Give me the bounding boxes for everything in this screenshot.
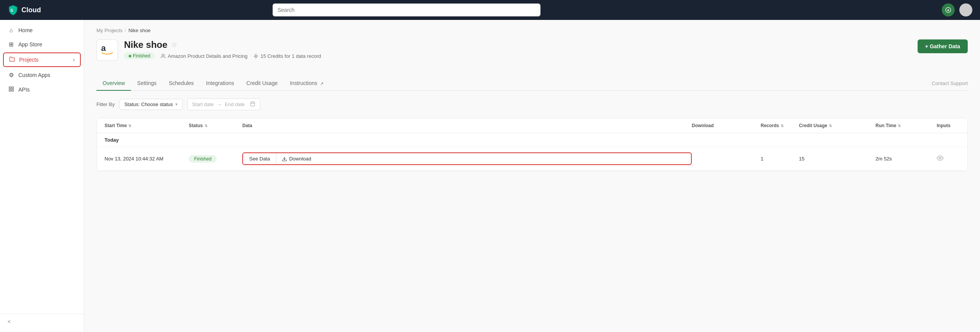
breadcrumb: My Projects / Nike shoe	[96, 28, 968, 33]
chevron-down-icon: ▾	[175, 102, 178, 107]
home-icon: ⌂	[8, 27, 15, 33]
source-label: Amazon Product Details and Pricing	[168, 53, 247, 59]
notification-button[interactable]	[942, 3, 955, 16]
sort-icon[interactable]: ⇅	[128, 124, 131, 128]
breadcrumb-current: Nike shoe	[129, 28, 151, 33]
td-credit-usage: 15	[799, 156, 875, 162]
collapse-icon: <	[8, 319, 11, 324]
layout: ⌂ Home ⊞ App Store Projects ∨ ⚙ Custom A…	[0, 20, 980, 332]
td-run-time: 2m 52s	[875, 156, 937, 162]
status-filter[interactable]: Status: Choose status ▾	[119, 99, 183, 110]
svg-marker-9	[254, 54, 258, 58]
topnav-right	[942, 3, 972, 16]
data-action-cell: See Data Download	[242, 152, 692, 165]
sidebar-item-projects[interactable]: Projects ∨	[3, 52, 81, 67]
folder-icon	[8, 56, 15, 63]
project-credits: 15 Credits for 1 data record	[253, 53, 321, 59]
th-status: Status ⇅	[189, 123, 242, 128]
project-title-row: Nike shoe ☆	[124, 39, 918, 50]
svg-rect-3	[9, 87, 10, 88]
th-start-time: Start Time ⇅	[105, 123, 189, 128]
project-meta: Finished Amazon Product Details and Pric…	[124, 52, 918, 59]
contact-support-link[interactable]: Contact Support	[932, 80, 968, 86]
filter-row: Filter By Status: Choose status ▾ Start …	[96, 98, 968, 110]
tabs: Overview Settings Schedules Integrations…	[96, 76, 968, 91]
sidebar-item-custom-apps[interactable]: ⚙ Custom Apps	[0, 68, 84, 82]
group-today: Today	[97, 133, 967, 147]
project-title: Nike shoe	[124, 39, 167, 50]
table-row: Nov 13, 2024 10:44:32 AM Finished See Da…	[97, 147, 967, 171]
breadcrumb-separator: /	[125, 28, 126, 33]
project-source: Amazon Product Details and Pricing	[161, 53, 247, 59]
filter-label: Filter By	[96, 101, 115, 107]
main-content: My Projects / Nike shoe a Nike shoe	[84, 20, 980, 332]
td-start-time: Nov 13, 2024 10:44:32 AM	[105, 156, 189, 162]
sidebar-item-app-store[interactable]: ⊞ App Store	[0, 37, 84, 52]
grid-icon: ⊞	[8, 41, 15, 48]
status-label: Finished	[133, 53, 150, 59]
sort-icon[interactable]: ⇅	[898, 124, 901, 128]
star-icon[interactable]: ☆	[171, 41, 177, 49]
data-table: Start Time ⇅ Status ⇅ Data Download Reco…	[96, 118, 968, 171]
sidebar-label-home: Home	[18, 27, 76, 33]
th-download: Download	[692, 123, 761, 128]
topnav: S Cloud	[0, 0, 980, 20]
sidebar-label-custom-apps: Custom Apps	[18, 72, 76, 78]
download-button[interactable]: Download	[276, 153, 317, 164]
eye-icon[interactable]	[937, 156, 944, 163]
date-range-picker[interactable]: Start date → End date	[187, 98, 260, 110]
status-badge-cell: Finished	[189, 155, 217, 163]
sidebar-bottom: <	[0, 314, 84, 329]
external-link-icon: ↗	[320, 81, 323, 86]
status-badge: Finished	[124, 52, 155, 59]
tab-overview[interactable]: Overview	[96, 76, 131, 91]
calendar-icon	[250, 101, 255, 108]
breadcrumb-parent[interactable]: My Projects	[96, 28, 122, 33]
end-date-label: End date	[225, 101, 245, 107]
svg-rect-4	[11, 87, 13, 88]
arrow-icon: →	[217, 101, 222, 107]
th-records: Records ⇅	[761, 123, 799, 128]
gather-data-button[interactable]: + Gather Data	[918, 39, 968, 53]
sort-icon[interactable]: ⇅	[829, 124, 832, 128]
sidebar-collapse-button[interactable]: <	[8, 319, 76, 324]
status-filter-label: Status: Choose status	[124, 101, 173, 107]
td-records: 1	[761, 156, 799, 162]
svg-rect-6	[9, 90, 10, 91]
tab-settings[interactable]: Settings	[131, 76, 163, 91]
tab-schedules[interactable]: Schedules	[163, 76, 200, 91]
status-dot	[129, 55, 131, 57]
project-info: Nike shoe ☆ Finished Amazon Product D	[124, 39, 918, 59]
credits-label: 15 Credits for 1 data record	[260, 53, 321, 59]
sidebar-item-apis[interactable]: APIs	[0, 82, 84, 97]
td-status: Finished	[189, 155, 242, 163]
sidebar-label-app-store: App Store	[18, 41, 76, 47]
download-icon	[282, 156, 287, 162]
sort-icon[interactable]: ⇅	[204, 124, 207, 128]
project-header: a Nike shoe ☆ Finished	[96, 39, 918, 61]
shield-icon: S	[8, 5, 18, 15]
th-data: Data	[242, 123, 692, 128]
tab-integrations[interactable]: Integrations	[200, 76, 240, 91]
sort-icon[interactable]: ⇅	[781, 124, 784, 128]
th-credit-usage: Credit Usage ⇅	[799, 123, 875, 128]
search-input[interactable]	[273, 3, 541, 16]
credits-icon	[253, 54, 258, 59]
svg-rect-5	[11, 90, 13, 91]
tab-instructions[interactable]: Instructions ↗	[284, 76, 329, 91]
download-label: Download	[289, 156, 311, 162]
svg-text:S: S	[10, 8, 13, 13]
user-avatar[interactable]	[959, 3, 972, 16]
app-logo: S Cloud	[8, 5, 69, 15]
table-header: Start Time ⇅ Status ⇅ Data Download Reco…	[97, 118, 967, 133]
start-date-label: Start date	[192, 101, 214, 107]
tool-icon: ⚙	[8, 72, 15, 79]
api-icon	[8, 86, 15, 93]
th-inputs: Inputs	[937, 123, 960, 128]
sidebar-item-home[interactable]: ⌂ Home	[0, 23, 84, 37]
sidebar-label-projects: Projects	[19, 57, 69, 63]
sidebar-label-apis: APIs	[18, 87, 76, 93]
th-run-time: Run Time ⇅	[875, 123, 937, 128]
tab-credit-usage[interactable]: Credit Usage	[240, 76, 284, 91]
see-data-button[interactable]: See Data	[243, 153, 276, 164]
